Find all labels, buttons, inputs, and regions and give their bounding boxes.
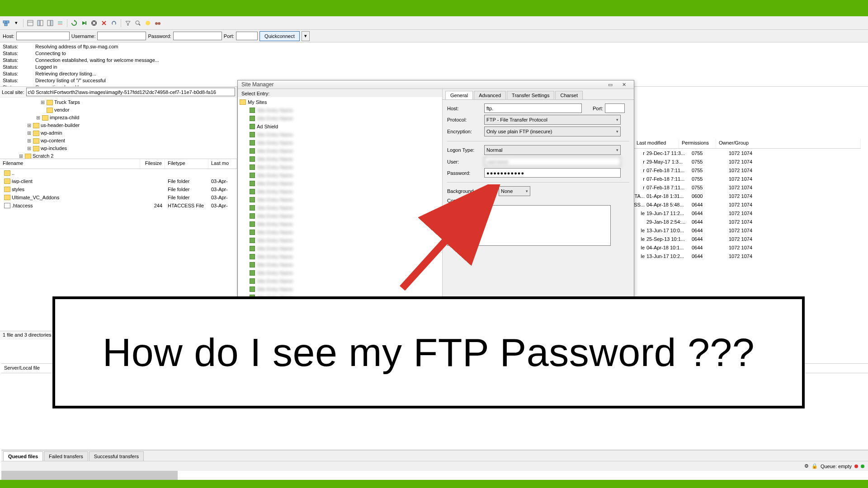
local-dir-tree[interactable]: ⊞Truck Tarpsvendor⊞impreza-child⊞us-head… bbox=[0, 98, 237, 159]
tree-item[interactable]: Site Entry Name bbox=[240, 163, 440, 171]
expander-icon[interactable]: ⊞ bbox=[26, 122, 32, 129]
port-input[interactable] bbox=[236, 32, 258, 40]
protocol-select[interactable]: FTP - File Transfer Protocol▾ bbox=[484, 115, 621, 125]
tab-charset[interactable]: Charset bbox=[555, 91, 583, 99]
tree-item[interactable]: Site Entry Name bbox=[240, 114, 440, 122]
binoculars-icon[interactable] bbox=[153, 19, 162, 28]
process-queue-icon[interactable] bbox=[80, 19, 89, 28]
tree-item[interactable]: Site Entry Name bbox=[240, 220, 440, 228]
tree-item[interactable]: Ad Shield bbox=[240, 122, 440, 131]
tab-advanced[interactable]: Advanced bbox=[474, 91, 506, 99]
local-site-input[interactable] bbox=[26, 88, 235, 96]
gear-icon[interactable]: ⚙ bbox=[804, 463, 809, 469]
tree-item[interactable]: Site Entry Name bbox=[240, 188, 440, 196]
list-item[interactable]: le19-Jun-17 11:2...06441072 1074 bbox=[633, 209, 861, 217]
tree-item[interactable]: ⊞wp-includes bbox=[0, 145, 237, 152]
remote-file-list[interactable]: r29-Dec-17 11:3...07551072 1074r29-May-1… bbox=[633, 149, 861, 260]
dialog-titlebar[interactable]: Site Manager ▭ ✕ bbox=[238, 80, 634, 89]
tree-item[interactable]: Site Entry Name bbox=[240, 171, 440, 179]
disconnect-icon[interactable] bbox=[99, 19, 108, 28]
list-item[interactable]: le25-Sep-13 10:1...06441072 1074 bbox=[633, 235, 861, 243]
col-filetype[interactable]: Filetype bbox=[165, 159, 208, 169]
sm-user-input[interactable] bbox=[484, 157, 621, 166]
list-item[interactable]: le13-Jun-17 10:2...06441072 1074 bbox=[633, 252, 861, 260]
sm-port-input[interactable] bbox=[605, 103, 625, 113]
quickconnect-button[interactable]: Quickconnect bbox=[259, 31, 300, 41]
list-item[interactable]: Ultimate_VC_AddonsFile folder03-Apr- bbox=[0, 193, 237, 202]
tree-item[interactable]: ⊞wp-content bbox=[0, 137, 237, 145]
tree-item[interactable]: Site Entry Name bbox=[240, 106, 440, 114]
tab-transfer-settings[interactable]: Transfer Settings bbox=[507, 91, 554, 99]
expander-icon[interactable]: ⊞ bbox=[26, 145, 32, 152]
sm-password-input[interactable] bbox=[484, 168, 621, 178]
list-item[interactable]: r07-Feb-18 7:11...07551072 1074 bbox=[633, 174, 861, 183]
logon-type-select[interactable]: Normal▾ bbox=[484, 145, 621, 155]
dialog-close-icon[interactable]: ✕ bbox=[618, 80, 630, 89]
list-item[interactable]: stylesFile folder03-Apr- bbox=[0, 185, 237, 193]
toggle-remote-tree-icon[interactable] bbox=[46, 19, 55, 28]
expander-icon[interactable]: ⊞ bbox=[40, 99, 45, 106]
username-input[interactable] bbox=[97, 32, 146, 40]
host-input[interactable] bbox=[16, 32, 70, 40]
dialog-help-icon[interactable]: ▭ bbox=[604, 80, 617, 89]
tree-item[interactable]: Site Entry Name bbox=[240, 196, 440, 204]
tree-item[interactable]: ⊞Scratch 2 bbox=[0, 152, 237, 159]
tree-item[interactable]: Site Entry Name bbox=[240, 139, 440, 147]
site-tree[interactable]: My SitesSite Entry NameSite Entry NameAd… bbox=[238, 97, 442, 302]
bg-color-select[interactable]: None▾ bbox=[499, 186, 530, 196]
list-item[interactable]: r29-Dec-17 11:3...07551072 1074 bbox=[633, 149, 861, 157]
tree-item[interactable]: ⊞wp-admin bbox=[0, 129, 237, 137]
col-owner-group[interactable]: Owner/Group bbox=[716, 139, 861, 148]
list-item[interactable]: r07-Feb-18 7:11...07551072 1074 bbox=[633, 166, 861, 174]
tree-item[interactable]: Site Entry Name bbox=[240, 131, 440, 139]
tree-item[interactable]: vendor bbox=[0, 106, 237, 114]
list-item[interactable]: .htaccess244HTACCESS File03-Apr- bbox=[0, 202, 237, 210]
tree-item[interactable]: ⊞impreza-child bbox=[0, 114, 237, 122]
tree-item[interactable]: Site Entry Name bbox=[240, 228, 440, 236]
tree-item[interactable]: Site Entry Name bbox=[240, 212, 440, 220]
toggle-log-icon[interactable] bbox=[26, 19, 35, 28]
toggle-queue-icon[interactable] bbox=[56, 19, 65, 28]
site-manager-icon[interactable] bbox=[2, 19, 11, 28]
tree-item[interactable]: My Sites bbox=[240, 98, 440, 106]
list-item[interactable]: r29-May-17 1:3...07551072 1074 bbox=[633, 157, 861, 166]
expander-icon[interactable]: ⊞ bbox=[26, 129, 32, 137]
refresh-icon[interactable] bbox=[70, 19, 79, 28]
tree-item[interactable]: Site Entry Name bbox=[240, 277, 440, 285]
tree-item[interactable]: Site Entry Name bbox=[240, 155, 440, 163]
list-item[interactable]: r07-Feb-18 7:11...07551072 1074 bbox=[633, 183, 861, 192]
dropdown-icon[interactable]: ▾ bbox=[12, 19, 21, 28]
expander-icon[interactable]: ⊞ bbox=[18, 152, 24, 159]
compare-icon[interactable] bbox=[143, 19, 152, 28]
tree-item[interactable]: Site Entry Name bbox=[240, 236, 440, 244]
tree-item[interactable]: ⊞us-header-builder bbox=[0, 122, 237, 129]
quickconnect-history-dropdown[interactable]: ▾ bbox=[302, 31, 310, 41]
col-filename[interactable]: Filename bbox=[0, 159, 140, 169]
comments-textarea[interactable] bbox=[447, 205, 611, 246]
search-icon[interactable] bbox=[133, 19, 142, 28]
tab-successful-transfers[interactable]: Successful transfers bbox=[89, 451, 144, 461]
list-item[interactable]: TA...01-Apr-18 1:31...06001072 1074 bbox=[633, 192, 861, 200]
col-permissions[interactable]: Permissions bbox=[679, 139, 716, 148]
list-item[interactable]: iwp-clientFile folder03-Apr- bbox=[0, 177, 237, 185]
tree-item[interactable]: Site Entry Name bbox=[240, 204, 440, 212]
toggle-local-tree-icon[interactable] bbox=[36, 19, 45, 28]
tree-item[interactable]: Site Entry Name bbox=[240, 179, 440, 188]
tab-queued-files[interactable]: Queued files bbox=[3, 451, 43, 461]
cancel-icon[interactable] bbox=[90, 19, 99, 28]
sm-host-input[interactable] bbox=[484, 103, 582, 113]
col-lastmod[interactable]: Last mo bbox=[208, 159, 237, 169]
list-item[interactable]: .. bbox=[0, 169, 237, 177]
tree-item[interactable]: Site Entry Name bbox=[240, 269, 440, 277]
tree-item[interactable]: Site Entry Name bbox=[240, 244, 440, 253]
tree-item[interactable]: Site Entry Name bbox=[240, 261, 440, 269]
list-item[interactable]: 29-Jan-18 2:54:...06441072 1074 bbox=[633, 217, 861, 226]
list-item[interactable]: le04-Apr-18 10:1...06441072 1074 bbox=[633, 243, 861, 252]
tab-failed-transfers[interactable]: Failed transfers bbox=[44, 451, 88, 461]
list-item[interactable]: le13-Jun-17 10:0...06441072 1074 bbox=[633, 226, 861, 235]
encryption-select[interactable]: Only use plain FTP (insecure)▾ bbox=[484, 127, 621, 136]
tree-item[interactable]: ⊞Truck Tarps bbox=[0, 99, 237, 106]
filter-icon[interactable] bbox=[123, 19, 132, 28]
tree-item[interactable]: Site Entry Name bbox=[240, 253, 440, 261]
reconnect-icon[interactable] bbox=[109, 19, 118, 28]
